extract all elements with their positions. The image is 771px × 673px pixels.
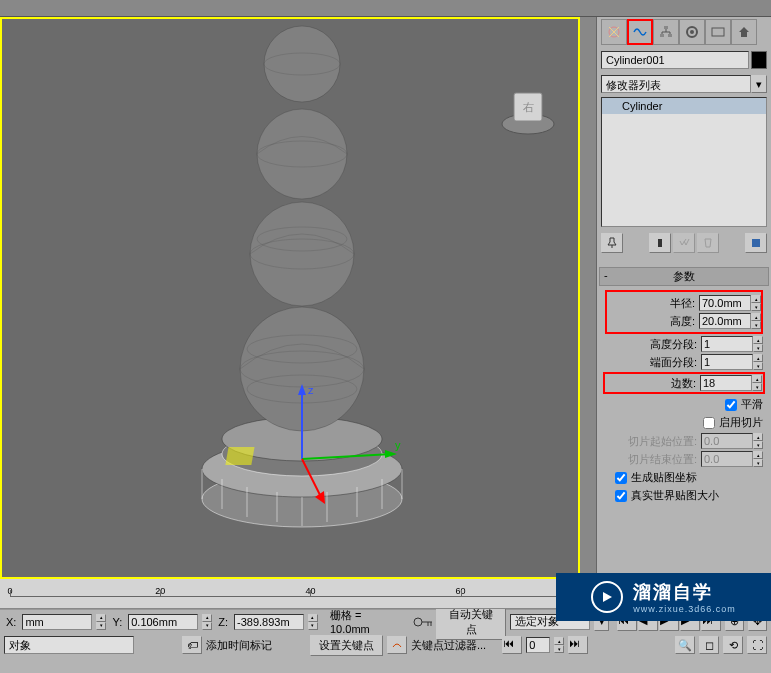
svg-rect-50 xyxy=(752,239,760,247)
grid-readout: 栅格 = 10.0mm xyxy=(322,608,408,635)
svg-point-16 xyxy=(264,26,340,102)
svg-rect-49 xyxy=(658,239,662,247)
set-key-button[interactable]: 设置关键点 xyxy=(310,635,383,656)
sides-spinner-up[interactable]: ▴ xyxy=(752,375,762,383)
command-panel: 修改器列表 ▾ Cylinder - 参数 半径: xyxy=(596,17,771,579)
height-segs-input[interactable] xyxy=(701,336,753,352)
svg-rect-32 xyxy=(225,447,254,465)
modifier-stack-item[interactable]: Cylinder xyxy=(602,98,766,114)
modify-tab-icon[interactable] xyxy=(627,19,653,45)
x-label: X: xyxy=(4,616,18,628)
sf-spinner-up: ▴ xyxy=(753,433,763,441)
height-label: 高度: xyxy=(670,314,695,329)
y-input[interactable] xyxy=(128,614,198,630)
svg-text:右: 右 xyxy=(523,101,534,113)
real-world-label: 真实世界贴图大小 xyxy=(631,488,719,503)
smooth-label: 平滑 xyxy=(741,397,763,412)
svg-point-14 xyxy=(250,202,354,306)
radius-spinner-up[interactable]: ▴ xyxy=(751,295,761,303)
sf-spinner-down: ▾ xyxy=(753,441,763,449)
radius-label: 半径: xyxy=(670,296,695,311)
height-segs-label: 高度分段: xyxy=(650,337,697,352)
add-time-tag[interactable]: 添加时间标记 xyxy=(206,638,272,653)
watermark-sub: www.zixue.3d66.com xyxy=(633,604,736,614)
svg-rect-41 xyxy=(668,34,672,37)
svg-rect-40 xyxy=(660,34,664,37)
gen-map-label: 生成贴图坐标 xyxy=(631,470,697,485)
slice-on-label: 启用切片 xyxy=(719,415,763,430)
create-tab-icon[interactable] xyxy=(601,19,627,45)
next-key-button[interactable]: ⏭ xyxy=(568,636,588,654)
slice-from-label: 切片起始位置: xyxy=(628,434,697,449)
hsegs-spinner-up[interactable]: ▴ xyxy=(753,336,763,344)
modifier-stack[interactable]: Cylinder xyxy=(601,97,767,227)
cap-segs-input[interactable] xyxy=(701,354,753,370)
st-spinner-up: ▴ xyxy=(753,451,763,459)
height-input[interactable] xyxy=(699,313,751,329)
gen-map-checkbox[interactable] xyxy=(615,472,627,484)
key-filter-icon[interactable] xyxy=(387,636,407,654)
radius-spinner-down[interactable]: ▾ xyxy=(751,303,761,311)
viewport[interactable]: z y 右 xyxy=(0,17,580,579)
csegs-spinner-up[interactable]: ▴ xyxy=(753,354,763,362)
svg-point-47 xyxy=(690,30,694,34)
remove-modifier-button xyxy=(697,233,719,253)
object-color-swatch[interactable] xyxy=(751,51,767,69)
slice-to-label: 切片结束位置: xyxy=(628,452,697,467)
dropdown-arrow-icon[interactable]: ▾ xyxy=(751,75,767,93)
params-title: 参数 xyxy=(673,270,695,282)
display-tab-icon[interactable] xyxy=(705,19,731,45)
time-tag-icon[interactable]: 🏷 xyxy=(182,636,202,654)
svg-text:y: y xyxy=(395,439,401,451)
slice-from-input xyxy=(701,433,753,449)
x-input[interactable] xyxy=(22,614,92,630)
svg-text:z: z xyxy=(308,384,314,396)
key-icon xyxy=(412,614,433,630)
hsegs-spinner-down[interactable]: ▾ xyxy=(753,344,763,352)
show-end-result-button[interactable] xyxy=(649,233,671,253)
radius-input[interactable] xyxy=(699,295,751,311)
rollup-toggle-icon: - xyxy=(604,269,608,281)
st-spinner-down: ▾ xyxy=(753,459,763,467)
height-spinner-down[interactable]: ▾ xyxy=(751,321,761,329)
height-spinner-up[interactable]: ▴ xyxy=(751,313,761,321)
object-name-input[interactable] xyxy=(601,51,749,69)
svg-point-52 xyxy=(414,618,422,626)
max-viewport-button[interactable]: ⛶ xyxy=(747,636,767,654)
make-unique-button xyxy=(673,233,695,253)
z-input[interactable] xyxy=(234,614,304,630)
svg-marker-51 xyxy=(603,592,612,602)
y-label: Y: xyxy=(110,616,124,628)
utilities-tab-icon[interactable] xyxy=(731,19,757,45)
watermark-main: 溜溜自学 xyxy=(633,580,736,604)
slice-to-input xyxy=(701,451,753,467)
watermark: 溜溜自学 www.zixue.3d66.com xyxy=(556,573,771,621)
zoom-button[interactable]: 🔍 xyxy=(675,636,695,654)
modifier-list-dropdown[interactable]: 修改器列表 xyxy=(601,75,751,93)
sides-label: 边数: xyxy=(671,376,696,391)
status-input[interactable] xyxy=(4,636,134,654)
hierarchy-tab-icon[interactable] xyxy=(653,19,679,45)
csegs-spinner-down[interactable]: ▾ xyxy=(753,362,763,370)
configure-sets-button[interactable] xyxy=(745,233,767,253)
slice-on-checkbox[interactable] xyxy=(703,417,715,429)
viewcube[interactable]: 右 xyxy=(498,79,558,139)
z-label: Z: xyxy=(216,616,230,628)
svg-point-15 xyxy=(257,109,347,199)
cap-segs-label: 端面分段: xyxy=(650,355,697,370)
frame-input[interactable] xyxy=(526,637,550,653)
key-filter-button[interactable]: 关键点过滤器... xyxy=(411,638,486,653)
sides-input[interactable] xyxy=(700,375,752,391)
model-wireframe: z y xyxy=(2,19,578,577)
zoom-all-button[interactable]: ◻ xyxy=(699,636,719,654)
prev-key-button[interactable]: ⏮ xyxy=(502,636,522,654)
real-world-checkbox[interactable] xyxy=(615,490,627,502)
orbit-button[interactable]: ⟲ xyxy=(723,636,743,654)
smooth-checkbox[interactable] xyxy=(725,399,737,411)
pin-stack-button[interactable] xyxy=(601,233,623,253)
motion-tab-icon[interactable] xyxy=(679,19,705,45)
watermark-logo-icon xyxy=(591,581,623,613)
sides-spinner-down[interactable]: ▾ xyxy=(752,383,762,391)
svg-rect-39 xyxy=(664,26,668,29)
params-rollup-header[interactable]: - 参数 xyxy=(599,267,769,286)
